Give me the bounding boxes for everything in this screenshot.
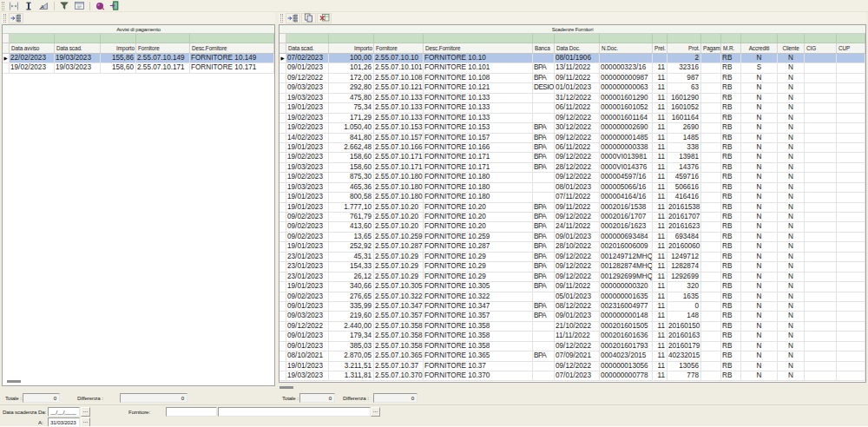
cell[interactable]: 09/03/2023	[286, 83, 329, 93]
cell[interactable]	[701, 173, 721, 182]
cell[interactable]: N	[741, 143, 778, 153]
row-selector-cell[interactable]	[279, 282, 286, 292]
cell[interactable]: 2.55.07.10.171	[374, 163, 424, 173]
row-selector-cell[interactable]	[279, 242, 286, 252]
cell[interactable]: BPA	[533, 253, 555, 262]
cell[interactable]: FORNITORE 10.20	[424, 213, 533, 222]
cell[interactable]: FORNITORE 10.157	[424, 134, 533, 143]
cell[interactable]: BPA	[533, 213, 555, 222]
cell[interactable]: 09/12/2022	[555, 153, 600, 162]
cell[interactable]: 11	[653, 242, 667, 252]
cell[interactable]: BPA	[533, 302, 555, 312]
cell[interactable]: 11	[653, 371, 667, 381]
cell[interactable]	[805, 63, 837, 73]
cell[interactable]: RB	[721, 273, 741, 282]
cell[interactable]: FORNITORE 10.365	[424, 351, 533, 361]
cell[interactable]: 75,34	[329, 103, 374, 113]
cell[interactable]: 0000VI014376	[600, 163, 653, 173]
cell[interactable]: N	[741, 153, 778, 162]
cell[interactable]: 09/11/2022	[555, 282, 600, 292]
cell[interactable]	[805, 153, 837, 162]
cell[interactable]: 11	[653, 183, 667, 193]
cell[interactable]	[805, 173, 837, 182]
table-row[interactable]: 19/01/20233.211,512.55.07.10.37FORNITORE…	[279, 362, 865, 371]
cell[interactable]: N	[741, 54, 778, 63]
cell[interactable]: FORNITORE 10.358	[424, 332, 533, 341]
cell[interactable]: N	[741, 312, 778, 321]
cell[interactable]: FORNITORE 10.171	[424, 153, 533, 162]
cell[interactable]: N	[778, 371, 805, 381]
cell[interactable]	[805, 351, 837, 361]
cell[interactable]	[837, 143, 865, 153]
exit-icon[interactable]	[108, 1, 122, 11]
table-row[interactable]: 23/01/202345,312.55.07.10.29FORNITORE 10…	[279, 253, 865, 262]
cell[interactable]: N	[778, 163, 805, 173]
cell[interactable]: FORNITORE 10.149	[190, 54, 274, 63]
cell[interactable]: 19/02/2023	[286, 123, 329, 133]
row-selector-cell[interactable]	[279, 74, 286, 83]
cell[interactable]: 09/02/2023	[286, 213, 329, 222]
cell[interactable]: 987	[667, 74, 701, 83]
date-from-browse-button[interactable]: ...	[81, 407, 90, 417]
cell[interactable]: 13/11/2022	[555, 63, 600, 73]
cell[interactable]: 09/01/2023	[286, 302, 329, 312]
cell[interactable]: N	[778, 54, 805, 63]
cell[interactable]: 158,60	[101, 63, 136, 73]
cell[interactable]	[805, 203, 837, 213]
cell[interactable]: FORNITORE 10.358	[424, 322, 533, 332]
cell[interactable]: 14376	[667, 163, 701, 173]
cell[interactable]: 09/03/2023	[286, 312, 329, 321]
cell[interactable]	[533, 371, 555, 381]
cell[interactable]: 506616	[667, 183, 701, 193]
cell[interactable]: 413,60	[329, 222, 374, 232]
cell[interactable]: 09/12/2022	[555, 262, 600, 272]
cell[interactable]: N	[741, 83, 778, 93]
cell[interactable]: 20161707	[667, 213, 701, 222]
table-row[interactable]: 19/01/20231.777,102.55.07.10.20FORNITORE…	[279, 203, 865, 213]
column-header-cup[interactable]: CUP	[837, 43, 865, 54]
table-row[interactable]: 09/01/2023385,032.55.07.10.358FORNITORE …	[279, 342, 865, 351]
cell[interactable]: N	[741, 292, 778, 302]
cell[interactable]: N	[741, 322, 778, 332]
cell[interactable]: BPA	[533, 203, 555, 213]
cell[interactable]	[837, 134, 865, 143]
cell[interactable]: N	[778, 273, 805, 282]
row-selector-cell[interactable]	[279, 312, 286, 321]
cell[interactable]: 0004023/2015	[600, 351, 653, 361]
cell[interactable]: 1601164	[667, 114, 701, 123]
cell[interactable]: 2.55.07.10.29	[374, 273, 424, 282]
cell[interactable]: 219,60	[329, 312, 374, 321]
cell[interactable]: N	[741, 134, 778, 143]
cell[interactable]: 13056	[667, 362, 701, 371]
cell[interactable]: 001282874MHQ	[600, 262, 653, 272]
table-row[interactable]: ▶22/02/202319/03/2023155,862.55.07.10.14…	[3, 54, 274, 63]
row-selector-cell[interactable]	[279, 253, 286, 262]
cell[interactable]: N	[741, 114, 778, 123]
cell[interactable]: 2.55.07.10.157	[374, 134, 424, 143]
cell[interactable]: 2.55.07.10.358	[374, 332, 424, 341]
cell[interactable]: 001292699MHQ	[600, 273, 653, 282]
cell[interactable]: 0002016/1623	[600, 222, 653, 232]
cell[interactable]: 800,58	[329, 193, 374, 202]
cell[interactable]: FORNITORE 10.108	[424, 74, 533, 83]
table-row[interactable]: 19/01/2023252,922.55.07.10.287FORNITORE …	[279, 242, 865, 252]
row-selector-cell[interactable]: ▶	[3, 54, 10, 63]
cell[interactable]: FORNITORE 10.29	[424, 262, 533, 272]
cell[interactable]: 000000000148	[600, 312, 653, 321]
cell[interactable]: 459716	[667, 173, 701, 182]
cell[interactable]: 101,26	[329, 63, 374, 73]
cell[interactable]: FORNITORE 10.133	[424, 114, 533, 123]
row-selector-cell[interactable]	[279, 203, 286, 213]
cell[interactable]: 000000000987	[600, 74, 653, 83]
row-selector-cell[interactable]	[279, 94, 286, 103]
cell[interactable]: 08/01/2023	[555, 183, 600, 193]
cell[interactable]: N	[778, 362, 805, 371]
cell[interactable]	[805, 371, 837, 381]
column-info-icon[interactable]	[22, 1, 36, 11]
column-header-data-scad-[interactable]: Data scad.	[286, 43, 329, 54]
cell[interactable]: 2.55.07.10.347	[374, 302, 424, 312]
cell[interactable]: 19/02/2023	[10, 63, 55, 73]
cell[interactable]: 05/01/2023	[555, 292, 600, 302]
table-row[interactable]: 19/01/2023340,662.55.07.10.305FORNITORE …	[279, 282, 865, 292]
cell[interactable]: 252,92	[329, 242, 374, 252]
